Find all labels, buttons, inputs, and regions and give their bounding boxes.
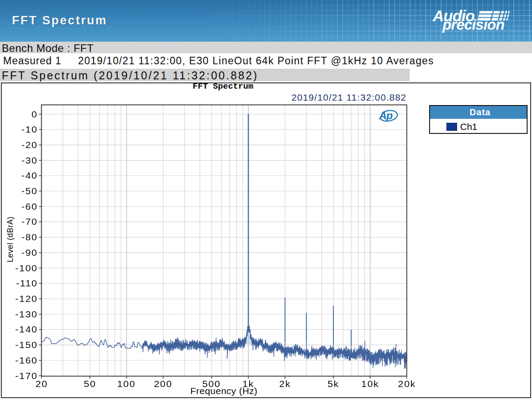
svg-text:Ap: Ap — [379, 110, 392, 121]
